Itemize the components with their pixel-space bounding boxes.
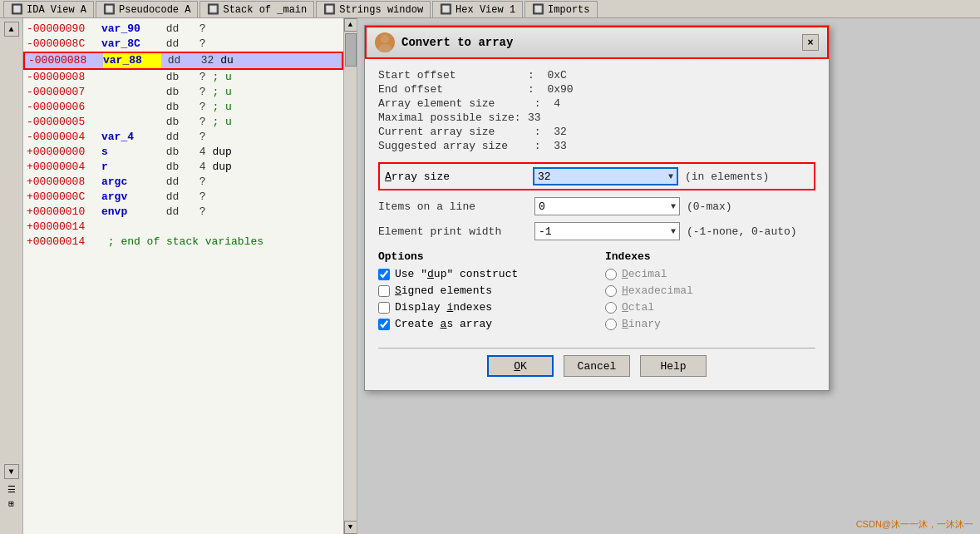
code-line-r: +00000004 r db 4 dup [23,160,343,175]
tab-icon-strings: 🔲 [323,3,336,16]
dialog-close-button[interactable]: × [802,34,819,51]
code-scrollbar: ▲ ▼ [343,18,357,534]
code-line-envp: +00000010 envp dd ? [23,205,343,220]
radio-octal-input[interactable] [605,302,617,314]
cancel-button[interactable]: Cancel [564,355,630,377]
options-indexes-section: Options Use "dup" construct Signed eleme… [378,250,815,334]
convert-to-array-dialog: Convert to array × Start offset : 0xC En… [364,25,830,391]
radio-octal: Octal [605,301,815,314]
code-line-neg4: -00000004 var_4 dd ? [23,130,343,145]
tab-icon-pseudo: 🔲 [103,3,116,16]
element-print-width-row: Element print width -1 ▼ (-1-none, 0-aut… [378,222,815,240]
tab-pseudocode[interactable]: 🔲 Pseudocode A [96,1,198,17]
element-print-width-label: Element print width [378,225,528,238]
tab-strings[interactable]: 🔲 Strings window [316,1,431,17]
code-panel: ▲ ▼ ☰ ⊞ -00000090 var_90 dd ? -0000008C … [0,18,357,534]
help-button[interactable]: Help [640,355,707,377]
array-size-combo-arrow: ▼ [668,172,673,181]
checkbox-display-indexes: Display indexes [378,301,588,314]
suggested-array-size-label: Suggested array size [378,140,528,152]
maximal-possible-size-label: Maximal possible size: [378,111,528,124]
options-title: Options [378,250,588,263]
scrollbar-up-btn[interactable]: ▲ [344,18,357,32]
dialog-title-text: Convert to array [401,36,513,49]
tab-ida-view[interactable]: 🔲 IDA View A [3,1,94,17]
svg-point-0 [381,35,389,43]
right-panel: Convert to array × Start offset : 0xC En… [357,18,980,534]
code-line-neg8: -00000008 db ? ; u [23,70,343,85]
element-print-width-arrow: ▼ [671,227,676,236]
code-line-s: +00000000 s db 4 dup [23,145,343,160]
radio-binary-label: Binary [622,318,661,330]
items-on-line-combo[interactable]: 0 ▼ [534,197,680,215]
tab-icon-stack: 🔲 [207,3,219,16]
options-section: Options Use "dup" construct Signed eleme… [378,250,588,334]
tab-icon-hex: 🔲 [440,3,452,16]
end-offset-value: : 0x90 [528,83,815,96]
items-on-line-suffix: (0-max) [687,200,732,213]
scroll-up-btn[interactable]: ▲ [4,22,19,37]
radio-binary-input[interactable] [605,319,617,330]
main-area: ▲ ▼ ☰ ⊞ -00000090 var_90 dd ? -0000008C … [0,18,980,534]
svg-point-1 [378,44,392,52]
checkbox-create-label: Create as array [395,318,492,330]
checkbox-display-label: Display indexes [395,301,492,314]
indexes-section: Indexes Decimal Hexadecimal [605,250,815,334]
suggested-array-size-value: : 33 [528,140,815,152]
sidebar-icon-2[interactable]: ⊞ [8,498,14,509]
radio-decimal-label: Decimal [622,268,667,280]
code-content: -00000090 var_90 dd ? -0000008C var_8C d… [23,18,343,534]
radio-hex-input[interactable] [605,285,617,297]
code-line-argc: +00000008 argc dd ? [23,175,343,190]
code-line-neg5: -00000005 db ? ; u [23,115,343,130]
tab-imports[interactable]: 🔲 Imports [524,1,597,17]
dialog-button-row: OK Cancel Help [378,348,815,380]
array-size-section: Array size 32 ▼ (in elements) [378,162,815,190]
tab-bar: 🔲 IDA View A 🔲 Pseudocode A 🔲 Stack of _… [0,0,980,18]
checkbox-dup-input[interactable] [378,269,390,280]
checkbox-create-input[interactable] [378,319,390,330]
dialog-info-grid: Start offset : 0xC End offset : 0x90 Arr… [378,69,815,152]
radio-decimal: Decimal [605,268,815,280]
sidebar-icon-1[interactable]: ☰ [7,484,16,495]
scrollbar-down-btn[interactable]: ▼ [344,521,357,534]
checkbox-signed-elements: Signed elements [378,284,588,297]
current-array-size-value: : 32 [528,126,815,138]
end-offset-label: End offset [378,83,528,96]
radio-decimal-input[interactable] [605,269,617,280]
code-line-end-of-stack: +00000014 ; end of stack variables [23,235,343,250]
items-on-line-label: Items on a line [378,200,528,213]
array-element-size-label: Array element size [378,97,528,110]
start-offset-label: Start offset [378,69,528,82]
array-element-size-value: : 4 [528,97,815,110]
checkbox-signed-input[interactable] [378,285,390,297]
items-on-line-row: Items on a line 0 ▼ (0-max) [378,197,815,215]
radio-octal-label: Octal [622,301,654,314]
tab-stack[interactable]: 🔲 Stack of _main [199,1,314,17]
element-print-width-combo[interactable]: -1 ▼ [534,222,680,240]
code-line-neg7: -00000007 db ? ; u [23,85,343,100]
code-line-argv: +0000000C argv dd ? [23,190,343,205]
code-line-var8c: -0000008C var_8C dd ? [23,37,343,52]
code-line-14: +00000014 [23,220,343,235]
current-array-size-label: Current array size [378,126,528,138]
maximal-possible-size-value: 33 [528,111,815,124]
scroll-down-btn[interactable]: ▼ [4,464,19,479]
ok-button[interactable]: OK [487,355,554,377]
code-line-var88-highlighted: -00000088 var_88 dd 32 du [23,52,343,70]
array-size-label: Array size [385,171,526,183]
left-sidebar: ▲ ▼ ☰ ⊞ [0,18,23,534]
radio-hex-label: Hexadecimal [622,284,693,297]
checkbox-dup-label: Use "dup" construct [395,268,518,280]
radio-hexadecimal: Hexadecimal [605,284,815,297]
checkbox-display-input[interactable] [378,302,390,314]
dialog-titlebar: Convert to array × [365,26,829,59]
code-line-var90: -00000090 var_90 dd ? [23,22,343,37]
tab-hex[interactable]: 🔲 Hex View 1 [432,1,523,17]
tab-icon-imports: 🔲 [532,3,544,16]
array-size-combo[interactable]: 32 ▼ [533,167,678,185]
element-print-width-suffix: (-1-none, 0-auto) [687,225,797,238]
dialog-avatar-icon [375,32,395,52]
dialog-body: Start offset : 0xC End offset : 0x90 Arr… [365,59,829,390]
scrollbar-thumb[interactable] [345,33,357,67]
